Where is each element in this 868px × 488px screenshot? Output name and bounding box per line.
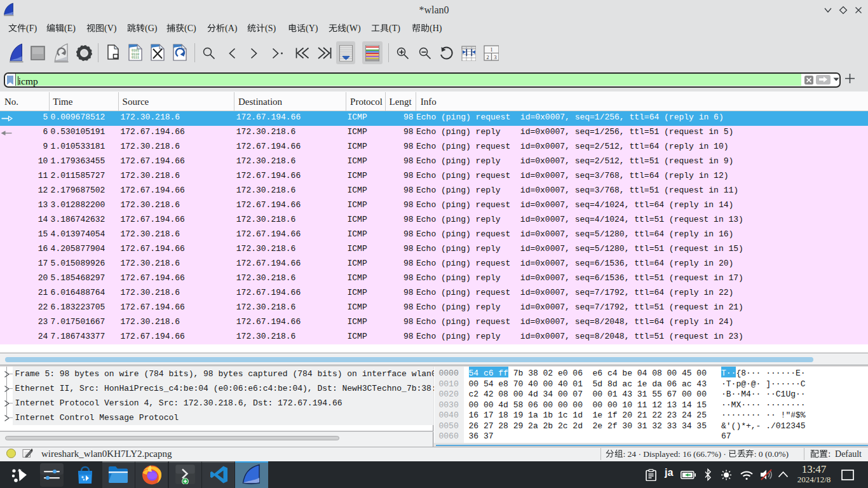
svg-text:0111: 0111: [132, 56, 139, 60]
svg-text:2: 2: [487, 54, 489, 60]
svg-text:1: 1: [491, 47, 493, 53]
svg-text:3: 3: [494, 54, 497, 60]
